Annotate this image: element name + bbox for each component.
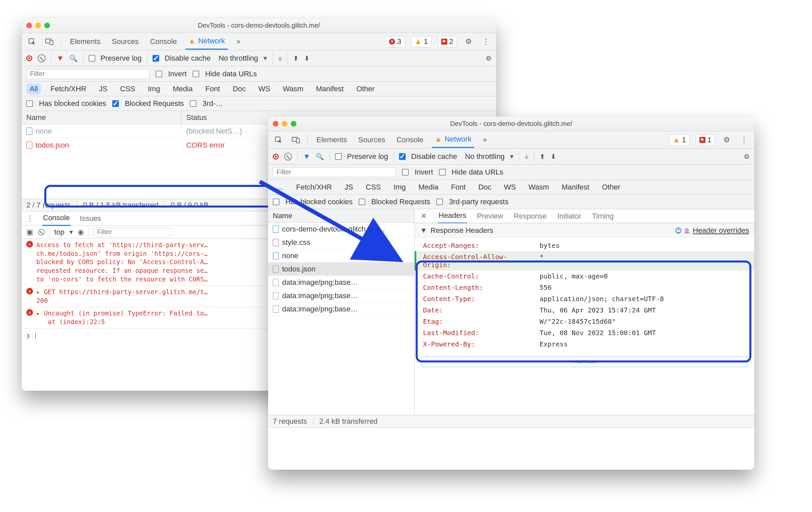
throttling-select[interactable]: No throttling [219,54,258,63]
type-wasm[interactable]: Wasm [280,83,307,94]
invert-checkbox[interactable] [155,70,162,77]
warning-badge[interactable]: ▲1 [669,134,690,146]
chevron-down-icon[interactable]: ▾ [263,54,267,63]
device-toggle-icon[interactable] [290,134,301,146]
error-badge[interactable]: ✕3 [385,36,405,47]
tab-network[interactable]: ▲Network [432,132,474,148]
disable-cache-checkbox[interactable]: ✓ [152,55,159,62]
clear-console-icon[interactable] [38,229,45,235]
tab-console[interactable]: Console [394,132,426,148]
type-font[interactable]: Font [447,181,469,193]
drawer-menu-icon[interactable]: ⋮ [26,214,34,223]
tab-sources[interactable]: Sources [109,34,142,49]
network-settings-icon[interactable]: ⚙ [486,54,492,62]
type-js[interactable]: JS [95,83,111,94]
header-row-edited[interactable]: Access-Control-Allow-Origin:* [415,251,754,271]
clear-icon[interactable] [38,54,46,62]
header-row[interactable]: Last-Modified:Tue, 08 Nov 2022 15:00:01 … [415,327,754,338]
search-icon[interactable]: 🔍 [69,54,78,62]
header-row[interactable]: Content-Length:556 [415,282,754,293]
header-row[interactable]: Content-Type:application/json; charset=U… [415,293,754,305]
list-item-selected[interactable]: todos.json [268,262,414,276]
throttling-select[interactable]: No throttling [465,152,504,161]
disable-cache-checkbox[interactable]: ✓ [399,153,406,160]
hide-data-urls-checkbox[interactable] [193,70,199,77]
blocked-requests-checkbox[interactable] [359,199,366,205]
type-doc[interactable]: Doc [475,181,495,193]
sidebar-toggle-icon[interactable]: ▣ [26,228,33,236]
issues-badge[interactable]: ⚑2 [438,36,457,47]
header-overrides-link[interactable]: ? 🗎 Header overrides [675,226,749,235]
network-settings-icon[interactable]: ⚙ [744,152,750,161]
filter-input[interactable]: Filter [26,69,149,79]
hide-data-urls-checkbox[interactable] [439,169,446,175]
context-selector[interactable]: top [54,228,65,236]
tab-elements[interactable]: Elements [67,34,103,49]
tab-timing[interactable]: Timing [591,209,614,223]
chevron-down-icon[interactable]: ▾ [69,228,73,236]
issues-badge[interactable]: ⚑1 [696,134,715,146]
drawer-tab-console[interactable]: Console [42,211,70,226]
wifi-icon[interactable]: ⏚ [525,152,528,160]
type-wasm[interactable]: Wasm [525,181,553,193]
add-header-button[interactable]: ＋Add header [421,357,748,367]
response-headers-section[interactable]: ▼ Response Headers ? 🗎 Header overrides [415,223,754,238]
chevron-down-icon[interactable]: ▾ [510,152,514,161]
type-ws[interactable]: WS [501,181,519,193]
tab-sources[interactable]: Sources [356,132,388,148]
tab-headers[interactable]: Headers [438,208,467,224]
header-row[interactable]: Accept-Ranges:bytes [415,240,754,251]
inspect-icon[interactable] [273,134,284,146]
header-row[interactable]: Etag:W/"22c-18457c15d68" [415,316,754,327]
type-img[interactable]: Img [390,181,409,193]
close-icon[interactable]: ✕ [420,212,427,221]
list-item[interactable]: none [268,249,414,262]
header-row[interactable]: Date:Thu, 06 Apr 2023 15:47:24 GMT [415,305,754,316]
header-row[interactable]: Cache-Control:public, max-age=0 [415,271,754,282]
download-har-icon[interactable]: ⬇ [304,54,310,62]
list-item[interactable]: data:image/png;base… [268,289,414,303]
preserve-log-checkbox[interactable] [89,55,95,62]
tab-preview[interactable]: Preview [476,209,503,223]
type-all[interactable]: All [26,83,41,94]
type-doc[interactable]: Doc [230,83,249,94]
inspect-icon[interactable] [26,36,38,47]
gear-icon[interactable]: ⚙ [721,134,732,146]
list-item[interactable]: data:image/png;base… [268,276,414,289]
type-media[interactable]: Media [415,181,442,193]
kebab-menu-icon[interactable]: ⋮ [738,134,750,146]
type-css[interactable]: CSS [362,181,384,193]
live-expression-icon[interactable]: ◉ [78,228,84,236]
record-icon[interactable] [273,153,279,160]
upload-har-icon[interactable]: ⬆ [293,54,299,62]
blocked-requests-checkbox[interactable]: ✓ [112,100,119,107]
tabs-overflow[interactable]: » [234,34,243,49]
third-party-checkbox[interactable] [190,100,197,107]
warning-badge[interactable]: ▲1 [411,36,432,47]
type-other[interactable]: Other [599,181,624,193]
tab-initiator[interactable]: Initiator [556,209,582,223]
type-ws[interactable]: WS [255,83,273,94]
type-media[interactable]: Media [170,83,196,94]
type-manifest[interactable]: Manifest [558,181,592,193]
type-img[interactable]: Img [145,83,164,94]
disclosure-triangle-icon[interactable]: ▼ [420,226,427,235]
tab-console[interactable]: Console [147,34,179,49]
console-filter-input[interactable]: Filter [94,227,170,237]
type-js[interactable]: JS [341,181,357,193]
filter-toggle-icon[interactable]: ▼ [57,54,64,63]
column-name[interactable]: Name [22,111,181,124]
invert-checkbox[interactable] [402,169,409,175]
search-icon[interactable]: 🔍 [316,152,324,161]
list-item[interactable]: data:image/png;base… [268,303,414,316]
clear-icon[interactable] [284,152,292,161]
third-party-checkbox[interactable] [436,199,443,205]
record-icon[interactable] [26,55,32,61]
device-toggle-icon[interactable] [44,36,55,47]
wifi-icon[interactable]: ⏚ [278,54,282,62]
type-fetchxhr[interactable]: Fetch/XHR [293,181,336,193]
preserve-log-checkbox[interactable] [335,153,342,160]
drawer-tab-issues[interactable]: Issues [79,211,102,226]
list-item[interactable]: cors-demo-devtools.glitch.me… [268,223,414,236]
filter-toggle-icon[interactable]: ▼ [303,152,311,161]
